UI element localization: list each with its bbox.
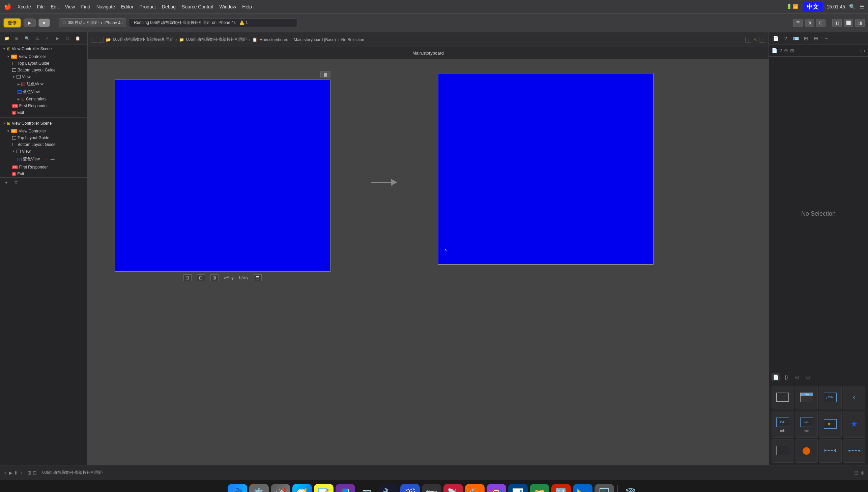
rp-tab-file[interactable]: 📄 (771, 34, 780, 43)
scene2-exit[interactable]: E Exit (0, 171, 87, 177)
scene1-vc-row[interactable]: ▼ VC View Controller (0, 53, 87, 60)
status-play-icon[interactable]: ▶ (9, 470, 13, 475)
rp-back-arrow[interactable]: ‹ (860, 48, 862, 53)
dock-safari[interactable]: 🧭 (292, 484, 312, 492)
dock-finder[interactable]: 🔵 (228, 484, 247, 492)
scene1-red-view[interactable]: ▶ 红色View (0, 80, 87, 88)
dock-app1[interactable]: 🔨 (465, 484, 485, 492)
menu-source-control[interactable]: Source Control (182, 4, 213, 9)
dock-terminal[interactable]: 💻 (357, 484, 377, 492)
hide-navigator-button[interactable]: ◧ (832, 19, 842, 27)
dock-app6[interactable]: 📐 (573, 484, 592, 492)
menu-navigate[interactable]: Navigate (96, 4, 115, 9)
dock-notes[interactable]: 📝 (314, 484, 333, 492)
dock-app3[interactable]: 📊 (508, 484, 528, 492)
dock-app5[interactable]: 🔢 (552, 484, 571, 492)
add-nav-item-button[interactable]: + (3, 179, 10, 186)
status-split-icon[interactable]: ⊡ (33, 470, 37, 475)
scene2-top-layout-guide[interactable]: Top Layout Guide (0, 134, 87, 141)
dock-photo[interactable]: 📷 (422, 484, 441, 492)
scene1-constraints[interactable]: ▶ ⊟ Constraints (0, 96, 87, 102)
obj-stop[interactable]: ⬤ (796, 439, 818, 463)
status-warning-icon[interactable]: ○ (3, 470, 6, 475)
nav-tab-find[interactable]: 🔍 (23, 34, 31, 43)
menu-editor[interactable]: Editor (121, 4, 134, 9)
obj-big-star[interactable]: ★ (843, 411, 866, 438)
obj-fixed-space[interactable] (819, 439, 842, 463)
scene1-size-h[interactable]: ⊟ (197, 274, 205, 281)
breadcrumb-item-2[interactable]: 006自动布局案例-底部按钮相同距 (186, 37, 247, 43)
hide-debug-button[interactable]: ⬜ (844, 19, 853, 27)
obj-item-btn[interactable]: Item Item (796, 411, 818, 438)
dock-app4[interactable]: 📁 (530, 484, 549, 492)
rp-new-doc-icon[interactable]: 📄 (772, 48, 777, 53)
menu-product[interactable]: Product (140, 4, 156, 9)
obj-nav-title-btn[interactable]: ‹ Title (819, 386, 842, 410)
scene1-top-layout-guide[interactable]: Top Layout Guide (0, 60, 87, 67)
run-button[interactable]: ▶ (24, 19, 36, 27)
stop-button[interactable]: ■ (39, 19, 50, 27)
scene1-first-responder[interactable]: FR First Responder (0, 102, 87, 109)
obj-spacer[interactable] (772, 439, 794, 463)
breadcrumb-back[interactable]: ‹ (91, 37, 97, 43)
breadcrumb-right-nav1[interactable]: ‹ (745, 37, 751, 43)
breadcrumb-item-1[interactable]: 006自动布局案例-底部按钮相同距 (113, 37, 174, 43)
scene1-view-row[interactable]: ▼ View (0, 73, 87, 80)
dock-xcode[interactable]: 🔧 (379, 484, 398, 492)
dock-trash[interactable]: 🗑️ (621, 484, 641, 492)
scene1-size-v[interactable]: ⊞ (210, 274, 218, 281)
menu-find[interactable]: Find (81, 4, 90, 9)
menu-extra-icon[interactable]: ☰ (860, 4, 864, 10)
filter-nav-button[interactable]: ▽ (12, 179, 20, 186)
obj-nav-controller[interactable]: Title (796, 386, 818, 410)
obj-stars-btn[interactable]: ★ ··· (819, 411, 842, 438)
menu-help[interactable]: Help (242, 4, 252, 9)
scene1-blue-view[interactable]: 蓝色View (0, 88, 87, 96)
scheme-selector[interactable]: ⊙ 006自动…相同距 ▸ iPhone 4s (59, 18, 126, 27)
storyboard-canvas[interactable]: ▓ ⊡ ⊟ ⊞ wAny hAny ☰ (88, 59, 769, 465)
breadcrumb-forward[interactable]: › (98, 37, 104, 43)
rp-tab-identity[interactable]: 🪪 (791, 34, 801, 43)
dock-launchpad[interactable]: 🚀 (271, 484, 290, 492)
hide-utilities-button[interactable]: ◨ (855, 19, 865, 27)
dock-app7[interactable]: 🖥️ (594, 484, 614, 492)
input-method-box[interactable]: 中文 (803, 2, 823, 11)
scene2-view-row[interactable]: ▼ View (0, 148, 87, 155)
rp-tab-attributes[interactable]: ⊟ (801, 34, 811, 43)
rp-help-icon[interactable]: ? (779, 48, 782, 53)
obj-lib-tab-square[interactable]: □ (804, 373, 812, 381)
dock-system-prefs[interactable]: ⚙️ (249, 484, 269, 492)
rp-tab-connections[interactable]: → (821, 34, 831, 43)
nav-tab-debug[interactable]: ▶ (53, 34, 62, 43)
nav-tab-reports[interactable]: 📋 (73, 34, 81, 43)
status-layout-icon[interactable]: ⊞ (27, 470, 31, 475)
dock-filezilla[interactable]: 📡 (443, 484, 463, 492)
scene1-zoom-fit[interactable]: ⊡ (184, 274, 191, 281)
editor-standard-button[interactable]: ☰ (793, 19, 803, 27)
breadcrumb-item-5[interactable]: No Selection (341, 38, 364, 42)
editor-assistant-button[interactable]: ⊡ (816, 19, 825, 27)
dock-quicktime[interactable]: 🎬 (400, 484, 420, 492)
scene1-exit[interactable]: E Exit (0, 109, 87, 116)
dock-app2[interactable]: 🎯 (487, 484, 506, 492)
status-inspector-icon[interactable]: ⊕ (861, 470, 865, 475)
status-up-icon[interactable]: ↑ (20, 470, 22, 475)
rp-tab-size[interactable]: ⊞ (811, 34, 821, 43)
menu-xcode[interactable]: Xcode (18, 4, 31, 9)
rp-tab-quick-help[interactable]: ? (781, 34, 791, 43)
rp-add-icon[interactable]: ⊞ (790, 48, 794, 53)
spotlight-icon[interactable]: 🔍 (849, 4, 855, 10)
nav-tab-files[interactable]: 📁 (3, 34, 11, 43)
status-down-icon[interactable]: ↓ (24, 470, 26, 475)
obj-view-controller[interactable] (772, 386, 794, 410)
nav-tab-breakpoints[interactable]: ⬡ (63, 34, 71, 43)
obj-lib-tab-code[interactable]: {} (782, 373, 791, 381)
breadcrumb-item-4[interactable]: Main.storyboard (Base) (294, 38, 336, 42)
nav-tab-tests[interactable]: ✓ (43, 34, 51, 43)
scene2-bottom-layout-guide[interactable]: Bottom Layout Guide (0, 141, 87, 148)
menu-edit[interactable]: Edit (51, 4, 59, 9)
breadcrumb-item-3[interactable]: Main.storyboard (259, 38, 288, 42)
obj-flex-space[interactable]: ← → (843, 439, 866, 463)
scene2-vc-row[interactable]: ▼ VC View Controller (0, 128, 87, 134)
apple-menu[interactable]: 🍎 (4, 3, 11, 10)
